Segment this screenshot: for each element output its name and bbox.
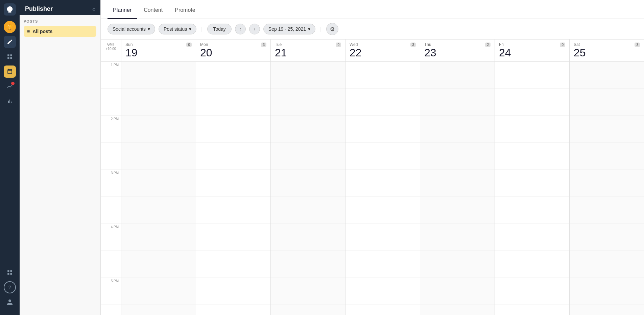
thu-number: 23: [424, 47, 491, 59]
collapse-button[interactable]: «: [92, 6, 95, 12]
all-posts-label: All posts: [32, 29, 52, 34]
social-accounts-chevron: ▾: [148, 26, 150, 32]
sunday-column: [121, 62, 196, 315]
sun-530pm: [121, 305, 196, 315]
sun-5pm: [121, 278, 196, 305]
calendar-header: GMT+10:00 Sun 0 19 Mon 3 20 Tue 0: [101, 40, 644, 62]
day-header-fri: Fri 0 24: [495, 40, 569, 61]
day-header-thu: Thu 2 23: [420, 40, 495, 61]
wed-badge: 3: [410, 43, 416, 47]
time-column: 1 PM 2 PM 3 PM 4 PM 5 PM 6 PM 7 PM 8 PM: [101, 62, 121, 315]
day-header-mon: Mon 3 20: [196, 40, 270, 61]
thu-name: Thu: [424, 42, 431, 47]
divider-1: |: [201, 26, 202, 32]
time-4pm: 4 PM: [101, 224, 121, 251]
mon-1pm: [196, 62, 270, 89]
time-1pm: 1 PM: [101, 62, 121, 89]
tab-content[interactable]: Content: [138, 2, 168, 19]
gmt-label: GMT+10:00: [101, 40, 121, 61]
mon-330pm: [196, 197, 270, 224]
sun-230pm: [121, 143, 196, 170]
thu-badge: 2: [485, 43, 491, 47]
time-2pm: 2 PM: [101, 116, 121, 143]
time-empty5: [101, 305, 121, 315]
prev-button[interactable]: ‹: [235, 24, 246, 34]
sun-4pm: [121, 224, 196, 251]
help-icon[interactable]: ?: [4, 281, 16, 293]
wed-number: 22: [350, 47, 416, 59]
mon-430pm: [196, 251, 270, 278]
time-empty4: [101, 251, 121, 278]
tue-badge: 0: [336, 43, 341, 47]
social-accounts-button[interactable]: Social accounts ▾: [108, 24, 155, 34]
saturday-column: springboard_digital 7:00PM· Link buildin…: [569, 62, 644, 315]
posts-label: POSTS: [24, 19, 96, 23]
mon-name: Mon: [200, 42, 208, 47]
sun-name: Sun: [125, 42, 133, 47]
sun-430pm: [121, 251, 196, 278]
all-posts-icon: ≡: [27, 29, 30, 34]
mon-badge: 3: [261, 43, 266, 47]
calendar-icon[interactable]: [4, 65, 16, 78]
posts-section: POSTS ≡ All posts: [20, 15, 100, 37]
tue-number: 21: [275, 47, 341, 59]
wednesday-column: springboard_digital 7:00PM· Meet Justin!…: [345, 62, 420, 315]
stats-icon[interactable]: [4, 80, 16, 93]
fri-name: Fri: [499, 42, 504, 47]
day-header-tue: Tue 0 21: [270, 40, 345, 61]
mon-number: 20: [200, 47, 266, 59]
left-panel-header: Publisher «: [20, 0, 100, 15]
wed-name: Wed: [350, 42, 358, 47]
sun-3pm: [121, 170, 196, 197]
friday-column: [495, 62, 569, 315]
user-icon[interactable]: [4, 296, 16, 308]
toolbar: Social accounts ▾ Post status ▾ | Today …: [101, 19, 644, 40]
sun-2pm: [121, 116, 196, 143]
all-posts-item[interactable]: ≡ All posts: [24, 26, 96, 37]
mon-530pm: [196, 305, 270, 315]
sun-330pm: [121, 197, 196, 224]
sat-name: Sat: [574, 42, 580, 47]
time-5pm: 5 PM: [101, 278, 121, 305]
sat-number: 25: [574, 47, 640, 59]
day-header-sun: Sun 0 19: [121, 40, 196, 61]
sat-badge: 3: [635, 43, 640, 47]
time-empty2: [101, 143, 121, 170]
divider-2: |: [320, 26, 321, 32]
bar-chart-icon[interactable]: [4, 95, 16, 107]
tab-promote[interactable]: Promote: [169, 2, 200, 19]
mon-230pm: [196, 143, 270, 170]
today-button[interactable]: Today: [207, 24, 231, 34]
post-status-label: Post status: [164, 26, 187, 32]
post-status-button[interactable]: Post status ▾: [159, 24, 196, 34]
next-button[interactable]: ›: [249, 24, 260, 34]
left-panel: Publisher « POSTS ≡ All posts: [20, 0, 101, 315]
post-status-chevron: ▾: [189, 26, 191, 32]
grid2-icon[interactable]: [4, 266, 16, 279]
settings-button[interactable]: ⚙: [326, 23, 338, 35]
mon-4pm: [196, 224, 270, 251]
mon-130pm: [196, 89, 270, 116]
date-range-button[interactable]: Sep 19 - 25, 2021 ▾: [263, 24, 315, 34]
trophy-icon[interactable]: 🏆: [4, 21, 16, 33]
time-empty3: [101, 197, 121, 224]
sidebar: 🏆 ?: [0, 0, 20, 315]
monday-column: springboard_digital 7:00PM· What are rob…: [196, 62, 270, 315]
grid-icon[interactable]: [4, 51, 16, 63]
tue-name: Tue: [275, 42, 282, 47]
sun-130pm: [121, 89, 196, 116]
calendar-body: 1 PM 2 PM 3 PM 4 PM 5 PM 6 PM 7 PM 8 PM: [101, 62, 644, 315]
fri-badge: 0: [560, 43, 565, 47]
day-header-wed: Wed 3 22: [345, 40, 420, 61]
sun-number: 19: [125, 47, 192, 59]
tuesday-column: Recommended: 7:00 PM: [270, 62, 345, 315]
edit-icon[interactable]: [4, 36, 16, 48]
main-content: Planner Content Promote Social accounts …: [101, 0, 644, 315]
mon-2pm: [196, 116, 270, 143]
tab-planner[interactable]: Planner: [108, 2, 137, 19]
date-range-label: Sep 19 - 25, 2021: [268, 26, 306, 32]
date-range-chevron: ▾: [308, 26, 310, 32]
social-accounts-label: Social accounts: [113, 26, 146, 32]
sun-badge: 0: [186, 43, 192, 47]
thursday-column: 6:00 PM Springboard Digital 6:00PM · Are…: [420, 62, 495, 315]
